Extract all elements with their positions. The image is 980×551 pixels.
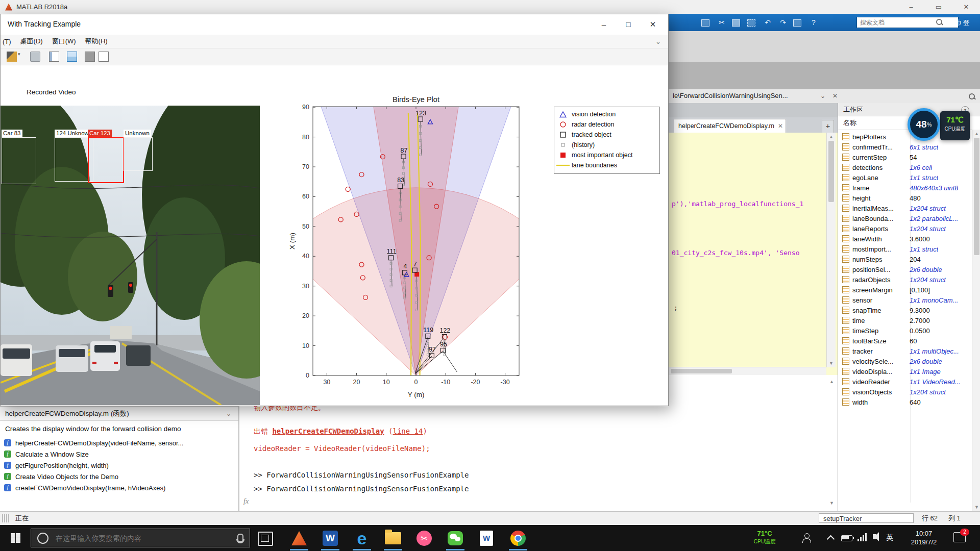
print-icon[interactable] — [30, 52, 40, 62]
cmd-scroll-down-icon[interactable]: ▼ — [827, 500, 836, 506]
taskbar-clock[interactable]: 10:07 2019/7/2 — [899, 529, 948, 551]
doc-search-input[interactable] — [856, 17, 959, 28]
paste-icon[interactable] — [747, 19, 755, 27]
tab-close-icon[interactable]: ✕ — [778, 119, 783, 133]
os-minimize-button[interactable]: – — [897, 0, 925, 14]
taskbar-app-word[interactable]: W — [319, 528, 341, 549]
microphone-icon[interactable] — [237, 534, 243, 542]
taskbar-app-explorer[interactable] — [382, 528, 404, 549]
menu-tools[interactable]: (T) — [3, 38, 11, 45]
save-icon[interactable] — [701, 19, 709, 27]
figure-minimize-button[interactable]: – — [592, 14, 616, 35]
workspace-row[interactable]: numSteps204 — [838, 254, 972, 264]
tray-expand-icon[interactable] — [827, 535, 835, 543]
taskbar-app-matlab[interactable] — [288, 528, 310, 549]
input-language-indicator[interactable]: 英 — [886, 533, 893, 551]
workspace-row[interactable]: laneReports1x204 struct — [838, 223, 972, 234]
workspace-row[interactable]: videoDispla...1x1 Image — [838, 366, 972, 377]
address-close-icon[interactable]: ✕ — [830, 91, 840, 101]
workspace-row[interactable]: confirmedTr...6x1 struct — [838, 142, 972, 152]
workspace-row[interactable]: width640 — [838, 397, 972, 407]
brush-icon[interactable] — [7, 52, 17, 62]
workspace-scrollbar[interactable]: ▲ ▼ — [972, 130, 980, 511]
copy-icon[interactable] — [732, 19, 740, 27]
function-panel-header[interactable]: helperCreateFCWDemoDisplay.m (函数) ⌄ — [0, 407, 238, 421]
dock-arrow-icon[interactable]: ⌄ — [655, 38, 661, 45]
workspace-row[interactable]: detections1x6 cell — [838, 162, 972, 172]
figure-titlebar[interactable]: With Tracking Example – □ ✕ — [1, 14, 668, 35]
taskbar-app-edge[interactable]: e — [351, 528, 373, 549]
workspace-row[interactable]: egoLane1x1 struct — [838, 172, 972, 183]
error-line-link[interactable]: line 14 — [393, 427, 423, 435]
start-button[interactable] — [0, 525, 31, 551]
search-icon[interactable] — [936, 19, 942, 25]
help-icon[interactable]: ? — [808, 18, 819, 27]
editor-pane[interactable]: p'),'matlab_prog_localfunctions_1 01_cit… — [669, 133, 838, 375]
editor-tab[interactable]: helperCreateFCWDemoDisplay.m ✕ — [674, 119, 786, 133]
workspace-row[interactable]: laneWidth3.6000 — [838, 234, 972, 244]
figure-close-button[interactable]: ✕ — [641, 14, 665, 35]
function-list-item[interactable]: fgetFigurePosition(height, width) — [0, 460, 238, 471]
function-list-item[interactable]: fcreateFCWDemoVideoDisplay(frame, hVideo… — [0, 482, 238, 493]
workspace-row[interactable]: frame480x640x3 uint8 — [838, 183, 972, 193]
cpu-usage-widget[interactable]: 48% — [908, 108, 940, 141]
workspace-row[interactable]: mostImport...1x1 struct — [838, 244, 972, 254]
brush-dropdown-icon[interactable]: ▾ — [18, 52, 23, 62]
menu-help[interactable]: 帮助(H) — [85, 37, 108, 46]
workspace-row[interactable]: time2.7000 — [838, 315, 972, 325]
layout-left-icon[interactable] — [49, 52, 59, 62]
people-icon[interactable] — [802, 533, 811, 542]
chevron-down-icon[interactable]: ⌄ — [226, 407, 231, 421]
os-close-button[interactable]: ✕ — [952, 0, 980, 14]
taskbar-app-snip[interactable]: ✂ — [413, 528, 435, 549]
workspace-row[interactable]: tracker1x1 multiObjec... — [838, 346, 972, 356]
taskbar-search[interactable] — [31, 529, 250, 547]
workspace-row[interactable]: laneBounda...1x2 parabolicL... — [838, 213, 972, 223]
error-function-link[interactable]: helperCreateFCWDemoDisplay — [272, 427, 384, 435]
workspace-row[interactable]: visionObjects1x204 struct — [838, 387, 972, 397]
user-name[interactable]: 帅 登 — [954, 18, 970, 28]
cmd-scroll-up-icon[interactable]: ▲ — [827, 379, 836, 384]
folder-search-icon[interactable] — [969, 93, 975, 99]
volume-icon[interactable] — [873, 534, 876, 539]
workspace-row[interactable]: velocitySele...2x6 double — [838, 356, 972, 366]
task-view-button[interactable] — [258, 532, 273, 546]
cut-icon[interactable]: ✂ — [717, 18, 727, 27]
editor-hscrollbar[interactable] — [669, 367, 826, 375]
os-maximize-button[interactable]: ▭ — [925, 0, 952, 14]
workspace-row[interactable]: snapTime9.3000 — [838, 305, 972, 315]
workspace-row[interactable]: radarObjects1x204 struct — [838, 274, 972, 285]
tray-cpu-temp[interactable]: 71°C CPU温度 — [746, 530, 783, 551]
workspace-row[interactable]: height480 — [838, 193, 972, 203]
workspace-row[interactable]: screenMargin[0,100] — [838, 285, 972, 295]
address-bar[interactable]: le\ForwardCollisionWarningUsingSen... ⌄ … — [669, 89, 980, 104]
workspace-row[interactable]: timeStep0.0500 — [838, 325, 972, 336]
workspace-row[interactable]: sensor1x1 monoCam... — [838, 295, 972, 305]
address-dropdown-icon[interactable]: ⌄ — [818, 91, 828, 101]
layout-grid-icon[interactable] — [67, 52, 77, 62]
battery-icon[interactable] — [841, 535, 852, 541]
taskbar-app-chrome[interactable] — [507, 528, 529, 549]
outline-square-icon[interactable] — [99, 52, 109, 62]
menu-window[interactable]: 窗口(W) — [52, 37, 76, 46]
column-name[interactable]: 名称 — [838, 116, 910, 130]
new-tab-button[interactable]: + — [822, 120, 834, 133]
workspace-row[interactable]: inertialMeas...1x204 struct — [838, 203, 972, 213]
workspace-row[interactable]: toolBarSize60 — [838, 336, 972, 346]
redo-icon[interactable]: ↷ — [778, 18, 788, 27]
taskbar-app-wechat[interactable] — [444, 528, 467, 549]
taskbar-app-word-doc[interactable] — [475, 528, 498, 549]
undo-icon[interactable]: ↶ — [763, 18, 773, 27]
window-layout-icon[interactable] — [793, 19, 801, 27]
taskbar-search-input[interactable] — [55, 534, 220, 543]
workspace-row[interactable]: positionSel...2x6 double — [838, 264, 972, 274]
function-list-item[interactable]: fhelperCreateFCWDemoDisplay(videoFileNam… — [0, 437, 238, 448]
function-list-item[interactable]: fCreate Video Objects for the Demo — [0, 471, 238, 482]
figure-maximize-button[interactable]: □ — [616, 14, 641, 35]
workspace-row[interactable]: currentStep54 — [838, 152, 972, 162]
menu-desktop[interactable]: 桌面(D) — [20, 37, 43, 46]
cpu-temp-widget[interactable]: 71℃ CPU温度 — [940, 111, 970, 140]
workspace-row[interactable]: videoReader1x1 VideoRead... — [838, 377, 972, 387]
function-list-item[interactable]: fCalculate a Window Size — [0, 448, 238, 460]
action-center-icon[interactable]: 2 — [953, 532, 966, 542]
